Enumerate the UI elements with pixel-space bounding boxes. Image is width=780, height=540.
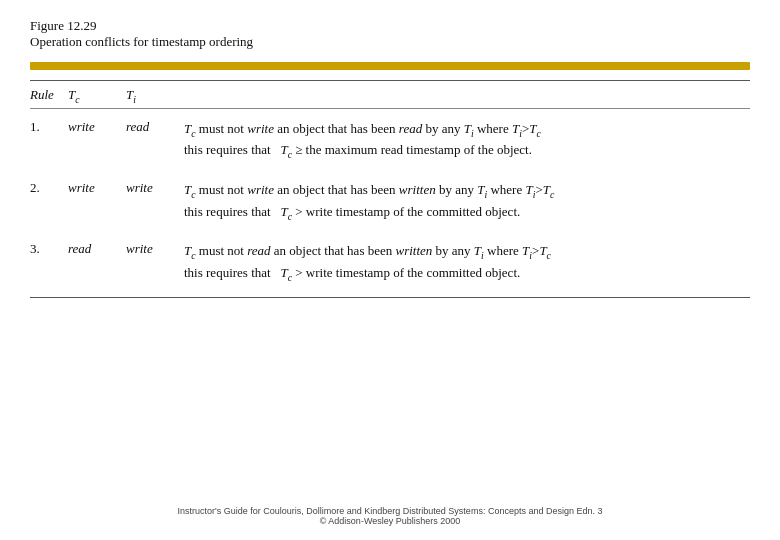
row-3-desc: Tc must not read an object that has been… xyxy=(184,241,750,284)
table-header-row: Rule Tc Ti xyxy=(30,83,750,109)
row-1-desc-line2: this requires that Tc ≥ the maximum read… xyxy=(184,140,750,162)
title-line1: Figure 12.29 xyxy=(30,18,750,34)
row-2-num: 2. xyxy=(30,180,68,196)
row-1-num: 1. xyxy=(30,119,68,135)
row-3-desc-line1: Tc must not read an object that has been… xyxy=(184,241,750,263)
table-row: 3. read write Tc must not read an object… xyxy=(30,231,750,292)
footer-line2: © Addison-Wesley Publishers 2000 xyxy=(30,516,750,526)
table-body: 1. write read Tc must not write an objec… xyxy=(30,109,750,293)
table-container: Rule Tc Ti 1. write read Tc must not wri… xyxy=(30,80,750,498)
footer-line1: Instructor's Guide for Coulouris, Dollim… xyxy=(30,506,750,516)
row-1-tc: write xyxy=(68,119,126,135)
row-2-desc-line1: Tc must not write an object that has bee… xyxy=(184,180,750,202)
row-2-ti: write xyxy=(126,180,184,196)
title-block: Figure 12.29 Operation conflicts for tim… xyxy=(30,18,750,50)
footer: Instructor's Guide for Coulouris, Dollim… xyxy=(30,498,750,530)
header-tc: Tc xyxy=(68,87,126,105)
row-1-desc: Tc must not write an object that has bee… xyxy=(184,119,750,162)
row-3-desc-line2: this requires that Tc > write timestamp … xyxy=(184,263,750,285)
table-divider-bottom xyxy=(30,297,750,298)
row-3-num: 3. xyxy=(30,241,68,257)
header-rule: Rule xyxy=(30,87,68,103)
page: Figure 12.29 Operation conflicts for tim… xyxy=(0,0,780,540)
row-1-ti: read xyxy=(126,119,184,135)
row-2-tc: write xyxy=(68,180,126,196)
gold-bar xyxy=(30,62,750,70)
table-row: 2. write write Tc must not write an obje… xyxy=(30,170,750,231)
row-2-desc: Tc must not write an object that has bee… xyxy=(184,180,750,223)
row-1-desc-line1: Tc must not write an object that has bee… xyxy=(184,119,750,141)
header-ti: Ti xyxy=(126,87,184,105)
title-line2: Operation conflicts for timestamp orderi… xyxy=(30,34,750,50)
table-row: 1. write read Tc must not write an objec… xyxy=(30,109,750,170)
row-3-ti: write xyxy=(126,241,184,257)
row-3-tc: read xyxy=(68,241,126,257)
table-divider-top xyxy=(30,80,750,81)
row-2-desc-line2: this requires that Tc > write timestamp … xyxy=(184,202,750,224)
